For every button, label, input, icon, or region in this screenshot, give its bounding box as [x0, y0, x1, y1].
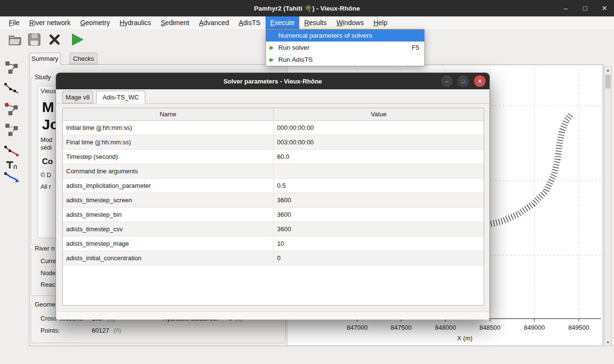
x-tick-847000: 847000 — [342, 324, 373, 331]
execute-menu-dropdown: Numerical parameters of solvers ▶ Run so… — [265, 29, 425, 66]
parameters-table: Name Value Initial time (jj:hh:mm:ss) 00… — [62, 108, 484, 306]
x-tick-849000: 849000 — [519, 324, 550, 331]
vertical-scrollbar[interactable]: ▲ ▼ — [604, 66, 612, 346]
study-text-line1: Mod — [41, 137, 52, 143]
red-profile-icon — [3, 142, 20, 160]
dialog-tab-adis-ts-wc[interactable]: Adis-TS_WC — [96, 91, 145, 104]
points-label: Points: — [41, 327, 60, 334]
network-red-node-icon — [3, 100, 20, 118]
study-heading-line1: M — [42, 99, 54, 115]
maximize-icon[interactable]: □ — [581, 4, 589, 12]
longitudinal-profile-icon — [3, 80, 20, 97]
close-study-button[interactable] — [45, 30, 64, 49]
blue-profile-icon — [3, 169, 20, 186]
save-button[interactable] — [25, 30, 43, 49]
x-tick-848000: 848000 — [430, 324, 461, 331]
table-row[interactable]: adists_timestep_mage 10 — [63, 237, 484, 251]
tab-checks[interactable]: Checks — [70, 53, 98, 64]
menu-execute[interactable]: Execute Numerical parameters of solvers … — [265, 16, 300, 29]
profile-tool-button[interactable] — [2, 79, 21, 98]
river-row-nodes: Node — [41, 269, 56, 277]
dialog-window-controls: – □ ✕ — [441, 75, 486, 87]
study-subheading: Co — [42, 157, 53, 167]
menu-item-run-solver[interactable]: ▶ Run solver F5 — [266, 42, 424, 54]
menu-item-numerical-parameters[interactable]: Numerical parameters of solvers — [266, 29, 424, 42]
menu-adists[interactable]: AdisTS — [234, 16, 265, 29]
table-row[interactable]: adists_timestep_screen 3600 — [63, 193, 484, 208]
study-subtitle: Vieux — [41, 87, 56, 95]
menu-item-run-adists[interactable]: ▶ Run AdisTS — [266, 54, 424, 66]
study-groupbox-label: Study — [33, 73, 53, 81]
network-icon — [3, 59, 20, 76]
menu-help[interactable]: Help — [369, 16, 392, 29]
menu-file[interactable]: File — [4, 16, 25, 29]
table-header-name[interactable]: Name — [63, 108, 274, 120]
menu-hydraulics[interactable]: Hydraulics — [115, 16, 156, 29]
scroll-up-icon[interactable]: ▲ — [605, 67, 611, 73]
network-node-tool-button[interactable] — [2, 99, 21, 119]
open-file-button[interactable] — [6, 30, 24, 49]
river-network-tool-button[interactable] — [2, 58, 21, 77]
blue-profile-tool-button[interactable] — [2, 168, 21, 187]
x-axis-label: X (m) — [449, 335, 480, 342]
menu-advanced[interactable]: Advanced — [194, 16, 234, 29]
table-row[interactable]: adists_initial_concentration 0 — [63, 251, 484, 266]
menu-river-network[interactable]: River network — [25, 16, 76, 29]
save-floppy-icon — [27, 32, 42, 47]
dialog-minimize-icon[interactable]: – — [441, 75, 453, 87]
table-row[interactable]: Initial time (jj:hh:mm:ss) 000:00:00:00 — [63, 121, 484, 135]
study-rights: All r — [41, 183, 51, 190]
dialog-bottom-strip — [56, 311, 489, 320]
menubar: File River network Geometry Hydraulics S… — [0, 16, 614, 29]
solver-parameters-dialog: Solver parameters - Vieux-Rhône – □ ✕ Ma… — [56, 72, 490, 320]
x-tick-847500: 847500 — [386, 324, 417, 331]
table-header-value[interactable]: Value — [274, 108, 484, 120]
geometry-groupbox-label: Geome — [33, 301, 57, 308]
table-header-row: Name Value — [63, 108, 484, 121]
menu-windows[interactable]: Windows — [332, 16, 369, 29]
table-row[interactable]: adists_timestep_bin 3600 — [63, 208, 484, 222]
run-play-icon — [69, 32, 84, 47]
network-dashed-icon — [3, 121, 20, 139]
dialog-title: Solver parameters - Vieux-Rhône — [223, 78, 322, 85]
menu-geometry[interactable]: Geometry — [75, 16, 114, 29]
study-text-line2: sédi — [41, 144, 52, 151]
dialog-tab-mage-v8[interactable]: Mage v8 — [62, 91, 93, 103]
menu-sediment[interactable]: Sediment — [156, 16, 194, 29]
folder-open-icon — [8, 32, 22, 47]
play-icon: ▶ — [270, 56, 274, 63]
x-tick-849500: 849500 — [563, 324, 594, 331]
play-icon: ▶ — [270, 44, 274, 51]
river-row-reaches: Reac — [41, 281, 55, 288]
dialog-titlebar: Solver parameters - Vieux-Rhône – □ ✕ — [56, 73, 489, 89]
x-tick-848500: 848500 — [474, 324, 505, 331]
points-value: 60127 — [92, 327, 109, 334]
river-row-current: Curre — [41, 257, 56, 265]
river-network-groupbox-label: River n — [33, 245, 56, 252]
close-icon[interactable]: ✕ — [600, 4, 608, 12]
dialog-tabstrip: Mage v8 Adis-TS_WC — [56, 90, 489, 104]
scrollbar-thumb[interactable] — [605, 74, 611, 89]
table-row[interactable]: Command line arguments — [63, 164, 484, 179]
run-solver-button[interactable] — [68, 30, 86, 49]
window-controls: – □ ✕ — [562, 0, 608, 16]
window-titlebar: Pamhyr2 (Tahiti 🌴) - Vieux-Rhône – □ ✕ — [0, 0, 614, 16]
table-body: Initial time (jj:hh:mm:ss) 000:00:00:00 … — [63, 121, 484, 266]
table-row[interactable]: Timestep (second) 60.0 — [63, 150, 484, 164]
tab-summary[interactable]: Summary — [29, 53, 61, 65]
dialog-close-icon[interactable]: ✕ — [474, 75, 486, 87]
dialog-maximize-icon[interactable]: □ — [458, 75, 469, 87]
red-profile-tool-button[interactable] — [2, 141, 21, 161]
window-title: Pamhyr2 (Tahiti 🌴) - Vieux-Rhône — [254, 4, 360, 12]
shortcut-f5: F5 — [412, 44, 419, 51]
minimize-icon[interactable]: – — [562, 4, 570, 12]
network-dashed-tool-button[interactable] — [2, 120, 21, 140]
table-row[interactable]: adists_implicitation_parameter 0.5 — [63, 179, 484, 193]
table-row[interactable]: adists_timestep_csv 3600 — [63, 222, 484, 237]
table-row[interactable]: Final time (jj:hh:mm:ss) 003:00:00:00 — [63, 135, 484, 150]
close-x-icon — [48, 33, 61, 46]
scroll-down-icon[interactable]: ▼ — [605, 339, 611, 346]
menu-results[interactable]: Results — [299, 16, 332, 29]
points-extra: (0) — [113, 327, 121, 334]
study-copyright: © D — [41, 172, 51, 179]
